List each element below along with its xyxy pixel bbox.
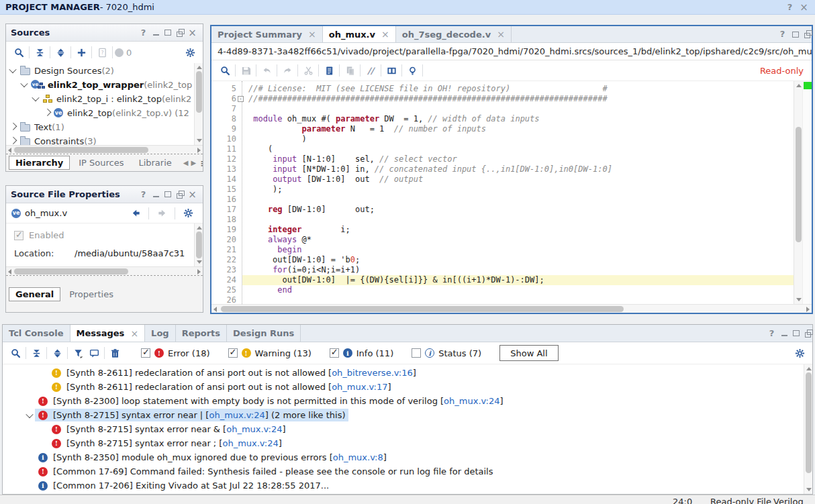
message-file-link[interactable]: oh_mux.v:24 xyxy=(444,396,499,406)
tree-item-constraints[interactable]: Constraints (3) xyxy=(6,134,194,145)
properties-hscrollbar[interactable] xyxy=(6,266,203,275)
code-line-24[interactable]: out[DW-1:0] |= {(DW){sel[i]}} & in[((i+1… xyxy=(242,275,794,285)
collapse-all-icon[interactable] xyxy=(32,46,48,59)
chevron-down-icon[interactable] xyxy=(32,94,39,101)
enabled-checkbox[interactable] xyxy=(14,231,23,240)
filter-status-checkbox[interactable] xyxy=(412,348,421,358)
back-icon[interactable] xyxy=(128,207,144,220)
tab-tcl-console[interactable]: Tcl Console xyxy=(3,325,70,342)
code-line-18[interactable] xyxy=(242,215,794,225)
code-line-8[interactable]: module oh_mux #( parameter DW = 1, // wi… xyxy=(242,114,794,124)
funnel-icon[interactable] xyxy=(70,346,86,360)
close-icon[interactable]: × xyxy=(188,191,197,199)
code-line-17[interactable]: reg [DW-1:0] out; xyxy=(242,205,794,215)
tab-project-summary[interactable]: Project Summary× xyxy=(211,26,323,42)
code-line-9[interactable]: parameter N = 1 // number of inputs xyxy=(242,124,794,134)
message-row-0[interactable]: ![Synth 8-2611] redeclaration of ansi po… xyxy=(3,366,804,380)
tab-close-icon[interactable]: × xyxy=(497,29,505,40)
code-line-11[interactable]: ( xyxy=(242,144,794,154)
code-line-5[interactable]: //# License: MIT (see LICENSE file in OH… xyxy=(242,84,794,94)
code-line-14[interactable]: output [DW-1:0] out // output xyxy=(242,174,794,185)
code-line-26[interactable] xyxy=(242,295,794,304)
message-file-link[interactable]: oh_mux.v:24 xyxy=(226,424,282,434)
trash-icon[interactable] xyxy=(107,346,123,360)
fold-marker-icon[interactable]: - xyxy=(238,96,244,102)
message-row-5[interactable]: ![Synth 8-2715] syntax error near ; [oh_… xyxy=(3,436,804,450)
close-icon[interactable]: × xyxy=(188,29,197,37)
tab-messages[interactable]: Messages× xyxy=(70,325,146,342)
code-line-19[interactable]: integer i; xyxy=(242,225,794,235)
message-row-1[interactable]: ![Synth 8-2611] redeclaration of ansi po… xyxy=(3,380,804,394)
code-line-25[interactable]: end xyxy=(242,285,794,295)
tab-hierarchy[interactable]: Hierarchy xyxy=(9,156,70,170)
message-row-6[interactable]: i[Synth 8-2350] module oh_mux ignored du… xyxy=(3,450,804,464)
minimize-icon[interactable] xyxy=(153,192,159,197)
messages-search-icon[interactable] xyxy=(7,346,23,360)
messages-expand-all-icon[interactable] xyxy=(49,346,65,360)
tab-log[interactable]: Log xyxy=(145,325,176,342)
paste-icon[interactable] xyxy=(342,64,358,77)
help-icon[interactable]: ? xyxy=(139,29,148,37)
messages-gear-icon[interactable] xyxy=(792,346,808,360)
float-icon[interactable] xyxy=(805,332,811,338)
tab-reports[interactable]: Reports xyxy=(176,325,227,342)
float-icon[interactable] xyxy=(177,193,183,199)
message-file-link[interactable]: oh_bitreverse.v:16 xyxy=(332,368,413,378)
code-line-10[interactable]: ) xyxy=(242,134,794,144)
tab-properties[interactable]: Properties xyxy=(63,288,119,301)
bubble-icon[interactable] xyxy=(86,346,102,360)
tab-oh-mux-v[interactable]: oh_mux.v× xyxy=(323,26,396,42)
sources-hscrollbar[interactable] xyxy=(6,145,203,154)
message-file-link[interactable]: oh_mux.v:8 xyxy=(333,452,383,462)
messages-collapse-all-icon[interactable] xyxy=(28,346,44,360)
message-file-link[interactable]: oh_mux.v:17 xyxy=(332,382,387,392)
float-icon[interactable] xyxy=(177,32,183,37)
expand-all-icon[interactable] xyxy=(52,46,68,59)
tree-item-text[interactable]: Text (1) xyxy=(6,119,194,134)
message-row-2[interactable]: ![Synth 8-2300] loop statement with empt… xyxy=(3,394,804,408)
code-line-20[interactable]: always @* xyxy=(242,235,794,245)
help-icon[interactable]: ? xyxy=(778,30,787,38)
help-icon[interactable]: ? xyxy=(785,3,794,11)
code-line-7[interactable] xyxy=(242,104,794,114)
tree-item-elink2-top[interactable]: veelink2_top (elink2_top.v) (12 xyxy=(6,105,194,119)
tab-general[interactable]: General xyxy=(9,287,60,301)
filter-error-checkbox[interactable] xyxy=(141,348,150,358)
tab-scroll-left-icon[interactable]: ◀ xyxy=(183,159,189,166)
code-area[interactable]: 56-7891011121314151617181920212223242526… xyxy=(211,81,812,304)
minimize-icon[interactable] xyxy=(781,331,787,336)
tab-close-icon[interactable]: × xyxy=(308,29,316,40)
maximize-icon[interactable] xyxy=(793,330,800,336)
messages-vscrollbar[interactable] xyxy=(804,364,812,494)
editor-vscrollbar[interactable] xyxy=(794,81,802,304)
message-row-7[interactable]: ![Common 17-69] Command failed: Synthesi… xyxy=(3,464,804,478)
code-line-6[interactable]: //######################################… xyxy=(242,94,794,104)
float-icon[interactable] xyxy=(804,33,810,38)
message-row-3[interactable]: ![Synth 8-2715] syntax error near | [oh_… xyxy=(3,408,804,422)
tree-item-elink2-top-wrapper[interactable]: veelink2_top_wrapper (elink2_top xyxy=(6,77,194,91)
tab-ip-sources[interactable]: IP Sources xyxy=(73,156,130,169)
film-icon[interactable] xyxy=(383,64,399,77)
tab-librarie[interactable]: Librarie xyxy=(132,156,177,169)
copy-icon[interactable] xyxy=(321,64,337,77)
minimize-icon[interactable] xyxy=(153,30,159,36)
close-icon[interactable]: × xyxy=(800,3,808,11)
add-sources-icon[interactable] xyxy=(73,46,89,59)
gear-icon[interactable] xyxy=(182,46,198,59)
tab-oh-7seg-decode-v[interactable]: oh_7seg_decode.v× xyxy=(396,26,512,42)
message-row-4[interactable]: ![Synth 8-2715] syntax error near & [oh_… xyxy=(3,422,804,436)
code-line-12[interactable]: input [N-1:0] sel, // select vector xyxy=(242,154,794,164)
tab-menu-icon[interactable]: ≡ xyxy=(200,158,203,168)
editor-hscrollbar[interactable] xyxy=(211,304,812,313)
doc-question-icon[interactable]: ? xyxy=(94,46,110,59)
help-icon[interactable]: ? xyxy=(767,330,776,338)
code-line-13[interactable]: input [N*DW-1:0] in, // concatenated inp… xyxy=(242,164,794,174)
tree-item-design-sources[interactable]: Design Sources (2) xyxy=(6,63,194,77)
code-line-16[interactable] xyxy=(242,195,794,205)
maximize-icon[interactable] xyxy=(164,30,171,36)
help-icon[interactable]: ? xyxy=(139,191,148,199)
tab-close-icon[interactable]: × xyxy=(381,29,389,40)
forward-icon[interactable] xyxy=(154,207,170,220)
code-line-22[interactable]: out[DW-1:0] = 'b0; xyxy=(242,255,794,265)
undo-icon[interactable] xyxy=(258,64,275,77)
